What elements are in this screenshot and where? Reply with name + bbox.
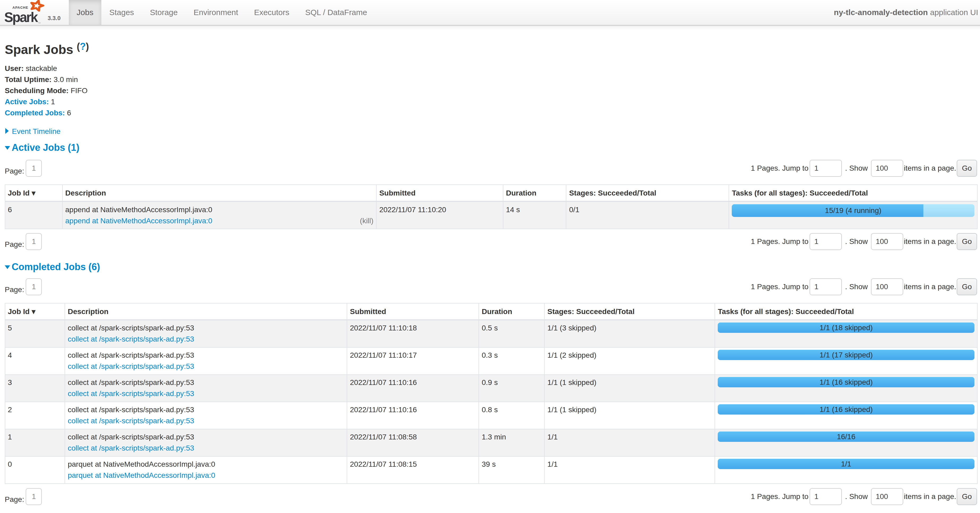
svg-text:APACHE: APACHE xyxy=(13,6,28,10)
svg-text:TM: TM xyxy=(38,22,40,24)
svg-text:Spark: Spark xyxy=(4,10,38,25)
